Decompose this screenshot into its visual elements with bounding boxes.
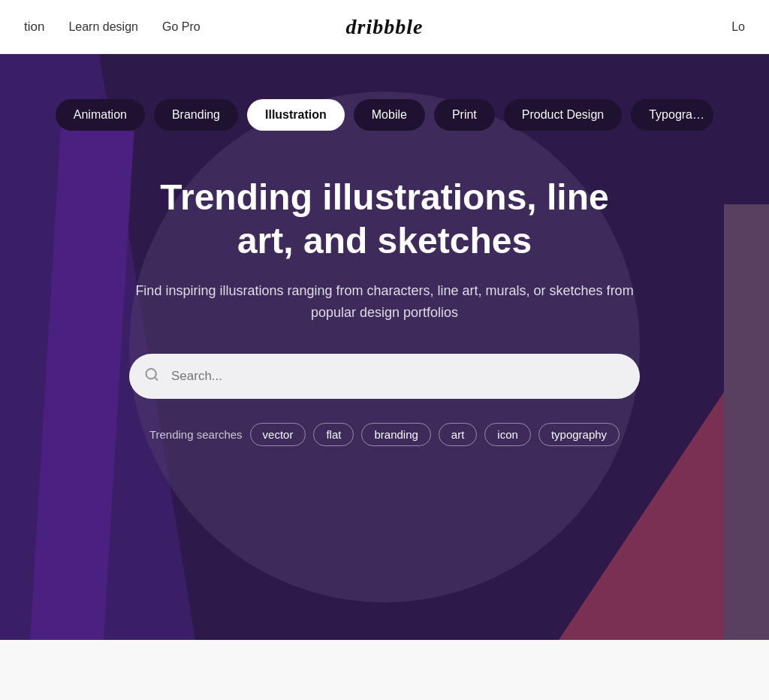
nav-right: Lo <box>731 20 745 34</box>
trending-tag-icon[interactable]: icon <box>484 423 531 446</box>
below-hero <box>0 640 769 700</box>
tab-animation[interactable]: Animation <box>56 99 145 131</box>
hero-section: Animation Branding Illustration Mobile P… <box>0 54 769 640</box>
nav-learn-design[interactable]: Learn design <box>68 20 138 34</box>
bg-shape-right-rect <box>724 204 769 640</box>
search-icon <box>144 367 159 385</box>
trending-label: Trending searches <box>149 428 243 441</box>
dribbble-logo[interactable]: dribbble <box>346 15 424 38</box>
tab-product-design[interactable]: Product Design <box>504 99 622 131</box>
svg-line-1 <box>155 377 158 380</box>
nav-logo-container: dribbble <box>346 15 424 39</box>
hero-content: Trending illustrations, line art, and sk… <box>99 176 670 446</box>
nav-left: tion Learn design Go Pro <box>24 20 201 35</box>
tab-illustration[interactable]: Illustration <box>247 99 345 131</box>
tab-branding[interactable]: Branding <box>154 99 238 131</box>
tab-print[interactable]: Print <box>434 99 495 131</box>
trending-tag-flat[interactable]: flat <box>313 423 354 446</box>
navbar: tion Learn design Go Pro dribbble Lo <box>0 0 769 54</box>
nav-go-pro[interactable]: Go Pro <box>162 20 201 34</box>
trending-tag-vector[interactable]: vector <box>250 423 306 446</box>
trending-tag-branding[interactable]: branding <box>361 423 430 446</box>
trending-tag-art[interactable]: art <box>439 423 478 446</box>
hero-title: Trending illustrations, line art, and sk… <box>129 176 640 262</box>
search-input[interactable] <box>129 354 640 399</box>
nav-partial-left: tion <box>24 20 44 35</box>
search-container <box>129 354 640 399</box>
tab-mobile[interactable]: Mobile <box>354 99 425 131</box>
nav-login-partial[interactable]: Lo <box>731 20 745 33</box>
tab-typography[interactable]: Typogra… <box>631 99 713 131</box>
hero-subtitle: Find inspiring illusrations ranging from… <box>129 280 640 324</box>
category-tabs: Animation Branding Illustration Mobile P… <box>0 99 769 131</box>
trending-tag-typography[interactable]: typography <box>538 423 620 446</box>
trending-searches: Trending searches vector flat branding a… <box>129 423 640 446</box>
